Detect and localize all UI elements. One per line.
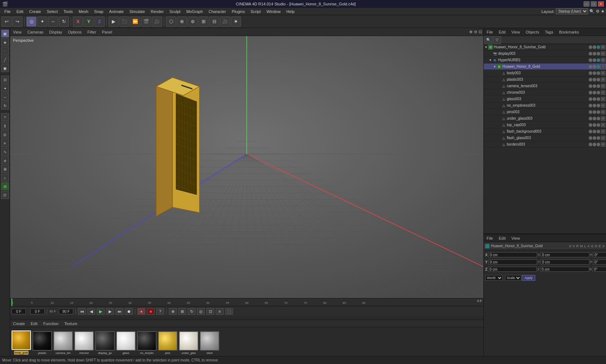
material-swatch-pins[interactable]: pins xyxy=(158,331,177,355)
light-button[interactable]: ☀ xyxy=(231,17,241,27)
viewport-options-menu[interactable]: Options xyxy=(66,30,83,35)
material-swatch-plastic[interactable]: plastic xyxy=(32,331,52,355)
edit-render-button[interactable]: 🎬 xyxy=(141,17,151,27)
menu-item-script[interactable]: Script xyxy=(248,9,264,14)
mode-btn-5[interactable]: ⊡ xyxy=(206,308,214,315)
am-view-menu[interactable]: View xyxy=(510,236,522,241)
deform-button[interactable]: ∅ xyxy=(1,191,9,199)
y-axis-button[interactable]: Y xyxy=(84,17,94,27)
mode-btn-6[interactable]: ≡ xyxy=(216,308,224,315)
menu-item-plugins[interactable]: Plugins xyxy=(229,9,248,14)
move-tool-button[interactable]: ✦ xyxy=(1,84,9,92)
coord-b-val[interactable] xyxy=(593,267,606,272)
rotate-button[interactable]: ↻ xyxy=(59,17,69,27)
material-button[interactable]: ⊟ xyxy=(1,182,9,190)
viewport[interactable]: Perspective X Y Z xyxy=(10,36,483,298)
mode-btn-1[interactable]: ⊕ xyxy=(169,308,177,315)
help-button[interactable]: ? xyxy=(156,308,164,315)
live-selection-button[interactable]: ◎ xyxy=(26,17,36,27)
render-button[interactable]: ⬛ xyxy=(119,17,129,27)
viewport-zoom-in[interactable]: ⊕ xyxy=(469,30,473,34)
coord-x-pos[interactable] xyxy=(488,252,537,257)
om-search-button[interactable]: 🔍 xyxy=(484,36,492,44)
material-swatch-chrome[interactable]: chrome xyxy=(74,331,94,355)
bookmark-icon[interactable]: ★ xyxy=(601,9,605,14)
viewport-display-menu[interactable]: Display xyxy=(48,30,63,35)
material-swatch-steel[interactable]: steel xyxy=(200,331,219,355)
object-item-plastic[interactable]: △plastic003⊡ xyxy=(484,76,606,83)
z-axis-button[interactable]: Z xyxy=(95,17,105,27)
timeline-expand-button[interactable]: ⬛ xyxy=(225,308,233,315)
stop-button[interactable]: ■ xyxy=(147,308,155,315)
viewport-view-menu[interactable]: View xyxy=(12,30,23,35)
camera-button[interactable]: 🎥 xyxy=(220,17,230,27)
playhead[interactable] xyxy=(12,298,12,306)
extrude-button[interactable]: ⊞ xyxy=(1,165,9,173)
object-item-flash_bg[interactable]: △flash_background003⊡ xyxy=(484,128,606,135)
object-item-chrome[interactable]: △chrome003⊡ xyxy=(484,89,606,96)
om-file-menu[interactable]: File xyxy=(485,30,495,35)
object-item-body[interactable]: △body003⊡ xyxy=(484,70,606,76)
timeline-track[interactable] xyxy=(10,298,483,306)
menu-item-file[interactable]: File xyxy=(1,9,14,14)
add-render-button[interactable]: 🎥 xyxy=(152,17,162,27)
current-frame-input[interactable] xyxy=(12,308,26,314)
menu-item-edit[interactable]: Edit xyxy=(14,9,26,14)
min-frame-input[interactable] xyxy=(30,308,45,314)
undo-button[interactable]: ↩ xyxy=(1,17,12,27)
object-item-honor[interactable]: ▼⊞Huawei_Honor_8_Gold⊡ xyxy=(484,63,606,70)
next-frame-button[interactable]: ▶ xyxy=(106,308,114,315)
om-view-menu[interactable]: View xyxy=(510,30,522,35)
viewport-zoom-out[interactable]: ⊖ xyxy=(474,30,477,34)
mode-btn-4[interactable]: ◎ xyxy=(197,308,205,315)
scale-tool-button[interactable]: ↔ xyxy=(1,93,9,101)
menu-item-select[interactable]: Select xyxy=(44,9,61,14)
viewport-panel-menu[interactable]: Panel xyxy=(101,30,114,35)
material-swatch-camera_len[interactable]: camera_len xyxy=(53,331,73,355)
texture-mode-button[interactable]: ◈ xyxy=(1,38,9,46)
object-item-borders[interactable]: △borders003⊡ xyxy=(484,141,606,148)
coord-z-pos[interactable] xyxy=(488,267,537,272)
play-button[interactable]: ▶ xyxy=(97,308,105,315)
object-button[interactable]: ⬡ xyxy=(166,17,176,27)
end-frame-input[interactable] xyxy=(59,308,73,314)
mat-create-menu[interactable]: Create xyxy=(12,321,26,326)
om-objects-menu[interactable]: Objects xyxy=(524,30,540,35)
go-start-button[interactable]: ⏮ xyxy=(78,308,86,315)
menu-item-animate[interactable]: Animate xyxy=(106,9,127,14)
settings-icon[interactable]: ⚙ xyxy=(596,9,600,14)
bevel-button[interactable]: ⌂ xyxy=(1,174,9,182)
menu-item-simulate[interactable]: Simulate xyxy=(127,9,148,14)
viewport-cameras-menu[interactable]: Cameras xyxy=(26,30,45,35)
go-end-button[interactable]: ⏭ xyxy=(115,308,123,315)
select-all-button[interactable]: ⊡ xyxy=(1,76,9,84)
object-item-pins[interactable]: △pins003⊡ xyxy=(484,109,606,115)
object-item-top_cap[interactable]: △top_cap003⊡ xyxy=(484,122,606,128)
om-bookmarks-menu[interactable]: Bookmarks xyxy=(558,30,580,35)
viewport-fit[interactable]: ⊡ xyxy=(479,30,482,34)
minimize-button[interactable]: ─ xyxy=(584,1,589,6)
close-button[interactable]: ✕ xyxy=(598,1,604,6)
edge-mode-button[interactable]: ╱ xyxy=(1,56,9,63)
coord-y-rot[interactable] xyxy=(541,259,589,265)
mode-btn-3[interactable]: ↻ xyxy=(188,308,196,315)
mode-btn-2[interactable]: ⊞ xyxy=(178,308,186,315)
om-tags-menu[interactable]: Tags xyxy=(544,30,555,35)
menu-item-tools[interactable]: Tools xyxy=(61,9,76,14)
search-icon[interactable]: 🔍 xyxy=(589,9,594,14)
viewport-filter-menu[interactable]: Filter xyxy=(86,30,97,35)
material-swatch-body_gold[interactable]: body_gold xyxy=(12,330,31,355)
object-item-no_emptiness[interactable]: △no_emptiness003⊡ xyxy=(484,102,606,109)
am-edit-menu[interactable]: Edit xyxy=(497,236,507,241)
point-mode-button[interactable]: · xyxy=(1,47,9,55)
mat-texture-menu[interactable]: Texture xyxy=(63,321,79,326)
coord-y-pos[interactable] xyxy=(488,259,537,265)
menu-item-create[interactable]: Create xyxy=(26,9,44,14)
menu-item-render[interactable]: Render xyxy=(148,9,167,14)
material-swatch-under_glas[interactable]: under_glas xyxy=(179,331,198,355)
om-edit-menu[interactable]: Edit xyxy=(497,30,507,35)
coord-z-rot[interactable] xyxy=(540,267,589,272)
menu-item-sculpt[interactable]: Sculpt xyxy=(167,9,184,14)
deformer-button[interactable]: ⊟ xyxy=(209,17,219,27)
menu-item-character[interactable]: Character xyxy=(206,9,229,14)
